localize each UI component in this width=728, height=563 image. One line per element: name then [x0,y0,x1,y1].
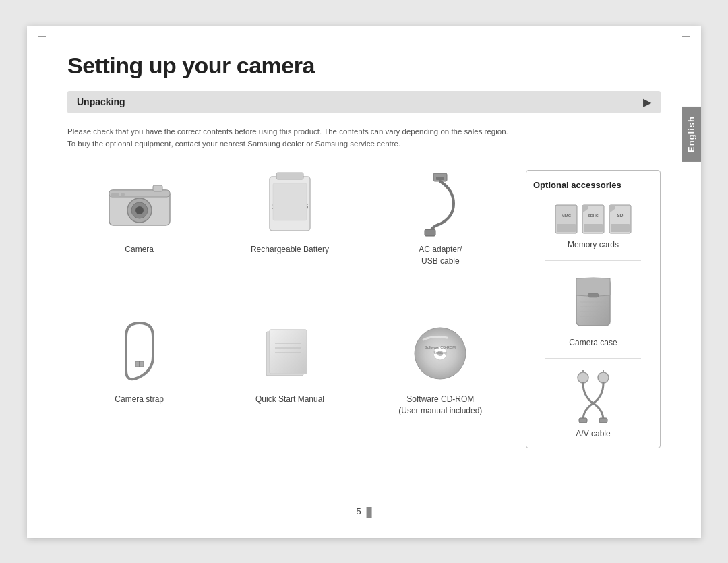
av-cable-icon [570,369,617,423]
optional-item-avcable: A/V cable [570,369,617,438]
strap-image [99,320,180,387]
section-bar: Unpacking ▶ [67,91,661,113]
svg-rect-11 [273,183,307,220]
svg-rect-30 [557,224,576,232]
svg-rect-9 [276,173,303,179]
manual-image [249,320,330,387]
cdrom-label: Software CD-ROM(User manual included) [398,394,482,417]
svg-text:MMC: MMC [562,214,572,218]
svg-rect-33 [584,224,603,232]
battery-image: SAMSUNG [249,170,330,237]
section-arrow-icon: ▶ [643,96,651,109]
item-battery: SAMSUNG Rechargeable Battery [218,170,361,299]
optional-item-memory: MMC SDHC SD [554,204,632,249]
side-tab: English [682,107,701,162]
svg-rect-13 [436,177,444,180]
divider-1 [545,260,641,261]
memory-cards-image: MMC SDHC SD [554,204,632,235]
corner-bl [38,519,46,527]
svg-rect-36 [611,224,630,232]
items-grid: Camera SAMSUNG Rechargeable Battery [67,170,512,448]
svg-point-4 [135,206,144,214]
item-cable: AC adapter/USB cable [369,170,512,299]
camera-image [99,170,180,237]
item-manual: Quick Start Manual [218,320,361,449]
svg-rect-14 [425,229,435,236]
svg-rect-39 [588,293,599,297]
camera-case-icon [570,272,617,332]
optional-item-case: Camera case [569,272,617,347]
svg-rect-49 [599,418,607,423]
sd-card-icon: SD [608,204,632,235]
case-label: Camera case [569,338,617,347]
page-title: Setting up your camera [67,53,661,79]
strap-icon [119,320,160,387]
section-title: Unpacking [77,96,125,107]
corner-tr [682,36,690,45]
cdrom-icon: Software CD-ROM Samsung [410,323,471,384]
optional-panel: Optional accessories MMC SDHC [526,170,661,448]
svg-text:Software CD-ROM: Software CD-ROM [425,345,456,349]
svg-rect-19 [270,330,307,374]
avcable-label: A/V cable [576,429,610,438]
svg-point-44 [578,372,588,383]
cdrom-image: Software CD-ROM Samsung [400,320,481,387]
camera-label: Camera [125,244,154,256]
cable-image [400,170,481,237]
battery-icon: SAMSUNG [263,170,317,237]
description-text: Please check that you have the correct c… [67,125,553,150]
item-camera: Camera [67,170,211,299]
svg-rect-5 [153,185,162,191]
svg-rect-48 [579,418,587,423]
svg-rect-6 [111,193,119,197]
svg-text:SD: SD [617,213,623,218]
svg-text:Samsung: Samsung [434,351,448,355]
manual-label: Quick Start Manual [255,394,324,405]
cable-label: AC adapter/USB cable [419,244,462,267]
page-number: 5 [357,506,372,518]
sdhc-card-icon: SDHC [581,204,605,235]
divider-2 [545,358,641,359]
manual-icon [256,326,324,380]
page: English Setting up your camera Unpacking… [27,26,701,538]
strap-label: Camera strap [115,394,164,405]
svg-text:SDHC: SDHC [588,214,599,218]
item-strap: Camera strap [67,320,211,449]
battery-label: Rechargeable Battery [251,244,329,256]
svg-point-46 [598,372,609,383]
optional-title: Optional accessories [533,180,621,190]
main-content: Camera SAMSUNG Rechargeable Battery [67,170,661,448]
corner-tl [38,36,46,45]
memory-label: Memory cards [568,240,619,249]
svg-rect-7 [121,193,125,196]
cable-icon [417,170,464,237]
item-cdrom: Software CD-ROM Samsung Software CD-ROM(… [369,320,512,449]
corner-br [682,519,690,527]
mmc-card-icon: MMC [554,204,578,235]
page-accent [366,507,371,518]
camera-icon [106,177,173,231]
